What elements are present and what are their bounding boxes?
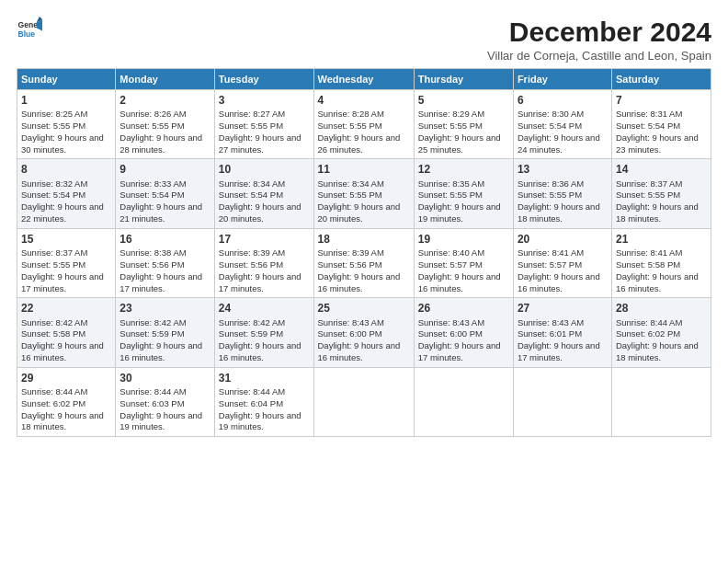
calendar-cell: 30Sunrise: 8:44 AMSunset: 6:03 PMDayligh… bbox=[116, 367, 214, 436]
day-number: 8 bbox=[21, 162, 111, 177]
week-row-3: 15Sunrise: 8:37 AMSunset: 5:55 PMDayligh… bbox=[17, 228, 711, 297]
day-number: 24 bbox=[219, 301, 310, 316]
day-number: 14 bbox=[616, 162, 707, 177]
calendar-cell bbox=[414, 367, 513, 436]
subtitle: Villar de Corneja, Castille and Leon, Sp… bbox=[487, 49, 711, 63]
col-header-monday: Monday bbox=[116, 69, 214, 90]
day-number: 2 bbox=[119, 93, 210, 108]
cell-details: Sunrise: 8:26 AMSunset: 5:55 PMDaylight:… bbox=[119, 109, 210, 155]
calendar-cell: 19Sunrise: 8:40 AMSunset: 5:57 PMDayligh… bbox=[414, 228, 513, 297]
cell-details: Sunrise: 8:31 AMSunset: 5:54 PMDaylight:… bbox=[616, 109, 707, 155]
cell-details: Sunrise: 8:30 AMSunset: 5:54 PMDaylight:… bbox=[518, 109, 608, 155]
calendar-cell: 2Sunrise: 8:26 AMSunset: 5:55 PMDaylight… bbox=[116, 90, 214, 159]
cell-details: Sunrise: 8:35 AMSunset: 5:55 PMDaylight:… bbox=[418, 178, 509, 225]
day-number: 26 bbox=[418, 301, 509, 316]
calendar-cell: 23Sunrise: 8:42 AMSunset: 5:59 PMDayligh… bbox=[116, 298, 214, 367]
cell-details: Sunrise: 8:44 AMSunset: 6:02 PMDaylight:… bbox=[616, 317, 707, 364]
day-number: 9 bbox=[119, 162, 210, 177]
week-row-5: 29Sunrise: 8:44 AMSunset: 6:02 PMDayligh… bbox=[17, 367, 711, 436]
col-header-wednesday: Wednesday bbox=[313, 69, 414, 90]
col-header-tuesday: Tuesday bbox=[214, 69, 313, 90]
cell-details: Sunrise: 8:40 AMSunset: 5:57 PMDaylight:… bbox=[418, 247, 509, 294]
col-header-sunday: Sunday bbox=[17, 69, 116, 90]
day-number: 12 bbox=[418, 162, 509, 177]
main-title: December 2024 bbox=[487, 17, 711, 47]
cell-details: Sunrise: 8:25 AMSunset: 5:55 PMDaylight:… bbox=[21, 109, 111, 155]
cell-details: Sunrise: 8:41 AMSunset: 5:57 PMDaylight:… bbox=[518, 247, 608, 294]
calendar-table: SundayMondayTuesdayWednesdayThursdayFrid… bbox=[17, 68, 711, 437]
cell-details: Sunrise: 8:37 AMSunset: 5:55 PMDaylight:… bbox=[21, 247, 111, 294]
day-number: 19 bbox=[418, 232, 509, 247]
calendar-cell: 11Sunrise: 8:34 AMSunset: 5:55 PMDayligh… bbox=[313, 159, 414, 228]
day-number: 27 bbox=[518, 301, 608, 316]
day-number: 10 bbox=[219, 162, 310, 177]
calendar-cell: 6Sunrise: 8:30 AMSunset: 5:54 PMDaylight… bbox=[513, 90, 611, 159]
cell-details: Sunrise: 8:44 AMSunset: 6:03 PMDaylight:… bbox=[119, 386, 210, 433]
calendar-cell: 21Sunrise: 8:41 AMSunset: 5:58 PMDayligh… bbox=[611, 228, 711, 297]
calendar-cell: 31Sunrise: 8:44 AMSunset: 6:04 PMDayligh… bbox=[214, 367, 313, 436]
cell-details: Sunrise: 8:44 AMSunset: 6:02 PMDaylight:… bbox=[21, 386, 111, 433]
header: General Blue December 2024 Villar de Cor… bbox=[17, 17, 711, 63]
col-header-saturday: Saturday bbox=[611, 69, 711, 90]
day-number: 18 bbox=[318, 232, 410, 247]
title-block: December 2024 Villar de Corneja, Castill… bbox=[487, 17, 711, 63]
day-number: 6 bbox=[518, 93, 608, 108]
week-row-2: 8Sunrise: 8:32 AMSunset: 5:54 PMDaylight… bbox=[17, 159, 711, 228]
day-number: 22 bbox=[21, 301, 111, 316]
cell-details: Sunrise: 8:34 AMSunset: 5:54 PMDaylight:… bbox=[219, 178, 310, 225]
cell-details: Sunrise: 8:39 AMSunset: 5:56 PMDaylight:… bbox=[318, 247, 410, 294]
calendar-cell: 27Sunrise: 8:43 AMSunset: 6:01 PMDayligh… bbox=[513, 298, 611, 367]
day-number: 4 bbox=[318, 93, 410, 108]
cell-details: Sunrise: 8:27 AMSunset: 5:55 PMDaylight:… bbox=[219, 109, 310, 155]
calendar-cell: 15Sunrise: 8:37 AMSunset: 5:55 PMDayligh… bbox=[17, 228, 116, 297]
svg-text:Blue: Blue bbox=[18, 29, 36, 39]
calendar-cell: 18Sunrise: 8:39 AMSunset: 5:56 PMDayligh… bbox=[313, 228, 414, 297]
calendar-cell: 16Sunrise: 8:38 AMSunset: 5:56 PMDayligh… bbox=[116, 228, 214, 297]
calendar-header-row: SundayMondayTuesdayWednesdayThursdayFrid… bbox=[17, 69, 711, 90]
calendar-cell: 24Sunrise: 8:42 AMSunset: 5:59 PMDayligh… bbox=[214, 298, 313, 367]
cell-details: Sunrise: 8:29 AMSunset: 5:55 PMDaylight:… bbox=[418, 109, 509, 155]
calendar-cell bbox=[313, 367, 414, 436]
calendar-cell: 4Sunrise: 8:28 AMSunset: 5:55 PMDaylight… bbox=[313, 90, 414, 159]
day-number: 31 bbox=[219, 371, 310, 385]
calendar-cell: 20Sunrise: 8:41 AMSunset: 5:57 PMDayligh… bbox=[513, 228, 611, 297]
calendar-cell: 13Sunrise: 8:36 AMSunset: 5:55 PMDayligh… bbox=[513, 159, 611, 228]
day-number: 20 bbox=[518, 232, 608, 247]
cell-details: Sunrise: 8:43 AMSunset: 6:00 PMDaylight:… bbox=[318, 317, 410, 364]
day-number: 3 bbox=[219, 93, 310, 108]
cell-details: Sunrise: 8:28 AMSunset: 5:55 PMDaylight:… bbox=[318, 109, 410, 155]
day-number: 21 bbox=[616, 232, 707, 247]
col-header-thursday: Thursday bbox=[414, 69, 513, 90]
calendar-cell: 29Sunrise: 8:44 AMSunset: 6:02 PMDayligh… bbox=[17, 367, 116, 436]
calendar-cell: 28Sunrise: 8:44 AMSunset: 6:02 PMDayligh… bbox=[611, 298, 711, 367]
cell-details: Sunrise: 8:39 AMSunset: 5:56 PMDaylight:… bbox=[219, 247, 310, 294]
cell-details: Sunrise: 8:36 AMSunset: 5:55 PMDaylight:… bbox=[518, 178, 608, 225]
calendar-cell bbox=[513, 367, 611, 436]
calendar-cell: 12Sunrise: 8:35 AMSunset: 5:55 PMDayligh… bbox=[414, 159, 513, 228]
calendar-body: 1Sunrise: 8:25 AMSunset: 5:55 PMDaylight… bbox=[17, 90, 711, 437]
calendar-cell: 25Sunrise: 8:43 AMSunset: 6:00 PMDayligh… bbox=[313, 298, 414, 367]
day-number: 1 bbox=[21, 93, 111, 108]
day-number: 15 bbox=[21, 232, 111, 247]
cell-details: Sunrise: 8:33 AMSunset: 5:54 PMDaylight:… bbox=[119, 178, 210, 225]
cell-details: Sunrise: 8:43 AMSunset: 6:01 PMDaylight:… bbox=[518, 317, 608, 364]
day-number: 30 bbox=[119, 371, 210, 385]
day-number: 23 bbox=[119, 301, 210, 316]
logo-icon: General Blue bbox=[17, 17, 42, 42]
cell-details: Sunrise: 8:42 AMSunset: 5:59 PMDaylight:… bbox=[219, 317, 310, 364]
calendar-cell: 7Sunrise: 8:31 AMSunset: 5:54 PMDaylight… bbox=[611, 90, 711, 159]
cell-details: Sunrise: 8:44 AMSunset: 6:04 PMDaylight:… bbox=[219, 386, 310, 433]
day-number: 25 bbox=[318, 301, 410, 316]
calendar-cell: 17Sunrise: 8:39 AMSunset: 5:56 PMDayligh… bbox=[214, 228, 313, 297]
cell-details: Sunrise: 8:32 AMSunset: 5:54 PMDaylight:… bbox=[21, 178, 111, 225]
day-number: 5 bbox=[418, 93, 509, 108]
cell-details: Sunrise: 8:41 AMSunset: 5:58 PMDaylight:… bbox=[616, 247, 707, 294]
calendar-cell: 9Sunrise: 8:33 AMSunset: 5:54 PMDaylight… bbox=[116, 159, 214, 228]
day-number: 13 bbox=[518, 162, 608, 177]
calendar-cell: 10Sunrise: 8:34 AMSunset: 5:54 PMDayligh… bbox=[214, 159, 313, 228]
day-number: 16 bbox=[119, 232, 210, 247]
cell-details: Sunrise: 8:42 AMSunset: 5:58 PMDaylight:… bbox=[21, 317, 111, 364]
calendar-cell: 5Sunrise: 8:29 AMSunset: 5:55 PMDaylight… bbox=[414, 90, 513, 159]
day-number: 17 bbox=[219, 232, 310, 247]
calendar-cell: 22Sunrise: 8:42 AMSunset: 5:58 PMDayligh… bbox=[17, 298, 116, 367]
